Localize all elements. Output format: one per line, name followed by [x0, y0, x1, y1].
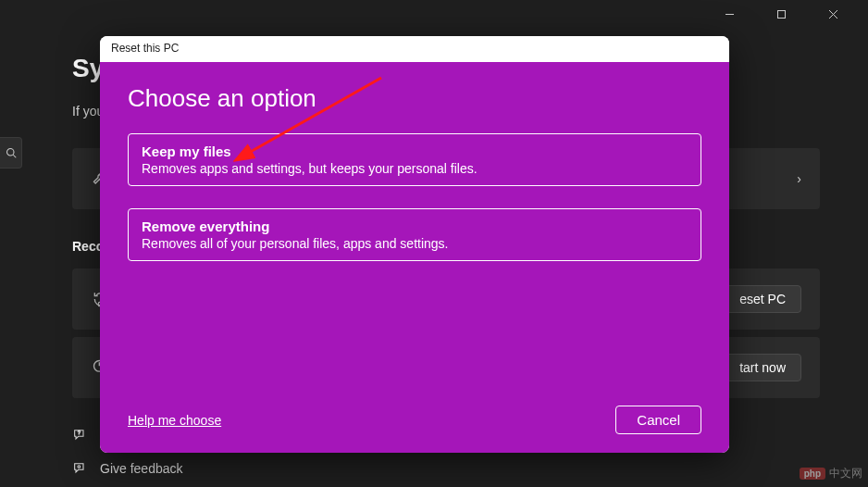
option-title: Remove everything [142, 219, 688, 234]
dialog-title: Reset this PC [100, 36, 729, 62]
reset-pc-dialog: Reset this PC Choose an option Keep my f… [100, 36, 729, 453]
search-input[interactable] [0, 137, 22, 169]
option-desc: Removes apps and settings, but keeps you… [142, 161, 688, 176]
dialog-heading: Choose an option [128, 84, 701, 113]
option-keep-my-files[interactable]: Keep my files Removes apps and settings,… [128, 133, 701, 186]
watermark-text: 中文网 [829, 466, 862, 481]
help-me-choose-link[interactable]: Help me choose [128, 413, 221, 428]
help-chat-icon: ? [72, 428, 87, 443]
search-icon [6, 147, 17, 158]
restart-now-button[interactable]: tart now [724, 354, 801, 381]
option-title: Keep my files [142, 144, 688, 159]
maximize-icon [776, 9, 787, 19]
close-icon [828, 9, 838, 19]
svg-point-10 [78, 466, 81, 468]
svg-rect-1 [777, 10, 785, 18]
reset-pc-button[interactable]: eset PC [724, 285, 801, 313]
watermark-badge: php [800, 468, 825, 480]
feedback-icon [72, 461, 87, 476]
watermark: php 中文网 [800, 466, 862, 481]
give-feedback-label: Give feedback [100, 461, 183, 476]
minimize-button[interactable] [713, 0, 746, 28]
minimize-icon [725, 9, 735, 19]
chevron-right-icon: › [797, 171, 801, 186]
close-button[interactable] [816, 0, 849, 28]
option-remove-everything[interactable]: Remove everything Removes all of your pe… [128, 208, 701, 261]
svg-line-5 [13, 155, 16, 157]
dialog-footer: Help me choose Cancel [128, 406, 701, 434]
give-feedback-link[interactable]: Give feedback [72, 461, 183, 476]
dialog-body: Choose an option Keep my files Removes a… [100, 62, 729, 453]
svg-text:?: ? [78, 430, 81, 435]
maximize-button[interactable] [764, 0, 798, 28]
cancel-button[interactable]: Cancel [615, 406, 701, 434]
svg-point-4 [6, 149, 14, 156]
option-desc: Removes all of your personal files, apps… [142, 236, 688, 251]
window-titlebar [713, 0, 868, 28]
